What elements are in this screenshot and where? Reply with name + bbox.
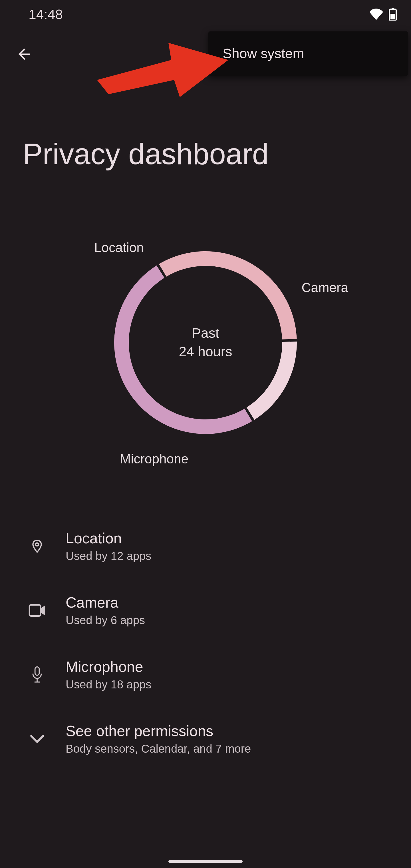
svg-rect-2: [390, 14, 395, 20]
donut-label-location: Location: [94, 240, 144, 255]
status-icons: [369, 8, 397, 21]
row-subtitle: Body sensors, Calendar, and 7 more: [66, 742, 251, 755]
row-camera[interactable]: Camera Used by 6 apps: [0, 578, 411, 643]
svg-point-4: [36, 543, 38, 546]
microphone-icon: [29, 666, 46, 683]
camera-icon: [29, 604, 46, 617]
page-title: Privacy dashboard: [23, 137, 268, 171]
donut-label-microphone: Microphone: [120, 451, 188, 467]
row-subtitle: Used by 12 apps: [66, 550, 151, 562]
chevron-down-icon: [29, 735, 46, 743]
wifi-icon: [369, 8, 383, 20]
donut-center-line2: 24 hours: [179, 343, 232, 361]
navigation-handle[interactable]: [168, 860, 243, 863]
permission-list: Location Used by 12 apps Camera Used by …: [0, 514, 411, 771]
arrow-back-icon: [16, 46, 33, 63]
usage-donut-chart: Past 24 hours: [0, 234, 411, 434]
menu-item-show-system[interactable]: Show system: [208, 37, 408, 70]
row-see-other[interactable]: See other permissions Body sensors, Cale…: [0, 707, 411, 771]
donut-label-camera: Camera: [302, 280, 348, 295]
location-icon: [29, 538, 46, 555]
row-title: Location: [66, 530, 151, 547]
donut-center-label: Past 24 hours: [114, 251, 297, 434]
row-subtitle: Used by 6 apps: [66, 614, 145, 627]
row-title: Camera: [66, 594, 145, 611]
row-title: See other permissions: [66, 722, 251, 740]
device-frame: 14:48 Show system Privacy dashboard Past…: [0, 0, 411, 868]
overflow-menu[interactable]: Show system: [208, 31, 408, 76]
row-title: Microphone: [66, 658, 151, 675]
svg-rect-6: [35, 667, 39, 675]
row-microphone[interactable]: Microphone Used by 18 apps: [0, 643, 411, 707]
row-location[interactable]: Location Used by 12 apps: [0, 514, 411, 578]
donut-center-line1: Past: [192, 324, 219, 343]
row-subtitle: Used by 18 apps: [66, 678, 151, 691]
donut-ring: Past 24 hours: [114, 251, 297, 434]
status-time: 14:48: [29, 6, 63, 22]
back-button[interactable]: [11, 41, 37, 67]
svg-rect-5: [29, 605, 40, 616]
status-bar: 14:48: [0, 0, 411, 29]
battery-icon: [389, 8, 397, 21]
